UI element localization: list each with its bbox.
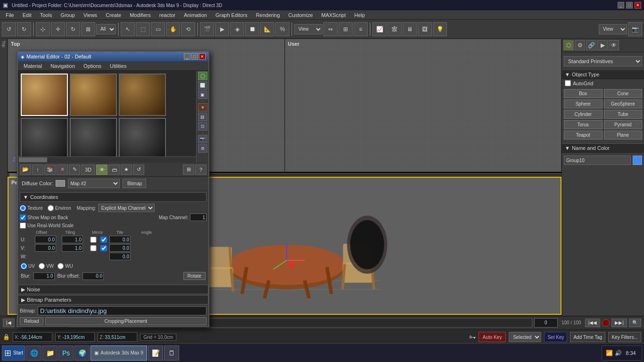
mat-maximize-button[interactable]: □ [191,53,198,60]
y-coord-input[interactable] [62,333,93,341]
region-select[interactable]: ⬚ [136,22,150,36]
mat-sphere-6[interactable] [119,118,166,160]
render-type[interactable]: ▶ [215,22,229,36]
menu-item-help[interactable]: Help [351,11,369,19]
bitmap-params-header[interactable]: ▶ Bitmap Parameters [18,295,208,304]
bitmap-path-input[interactable] [38,306,206,315]
move-button[interactable]: ✛ [51,22,65,36]
select-button[interactable]: ⊹ [36,22,50,36]
menu-item-graph editors[interactable]: Graph Editors [212,11,251,19]
menu-item-maxscript[interactable]: MAXScript [318,11,350,19]
blur-input[interactable] [33,272,55,280]
box-view-icon[interactable]: ▣ [198,90,207,99]
vw-radio[interactable] [39,263,45,269]
mat-sphere-5[interactable] [70,118,117,160]
teapot-button[interactable]: Teapot [564,131,603,140]
uv-radio[interactable] [21,263,27,269]
edit-type[interactable]: ✎ [69,165,80,175]
mat-menu-navigation[interactable]: Navigation [47,62,79,70]
menu-item-tools[interactable]: Tools [36,11,56,19]
align-button[interactable]: ≡ [354,22,368,36]
u-angle-input[interactable] [109,236,131,243]
mat-help[interactable]: ? [195,165,206,175]
prev-frame-button[interactable]: |◀ [3,319,15,327]
rp-motion-icon[interactable]: ▶ [597,40,608,50]
mat-sphere-2[interactable] [70,74,117,116]
coords-header[interactable]: ▼ Coordinates [20,192,206,202]
taskbar-ie[interactable]: 🌐 [26,346,41,361]
view-select-left[interactable]: View [294,24,322,34]
taskbar-folder[interactable]: 📁 [42,346,58,361]
torus-button[interactable]: Torus [564,120,603,129]
diffuse-color-swatch[interactable] [56,180,65,187]
minimize-button[interactable]: _ [618,2,624,8]
taskbar-notepad[interactable]: 📝 [148,346,163,361]
lock-icon[interactable]: 🔒 [3,334,10,340]
menu-item-file[interactable]: File [2,11,18,19]
mat-spheres-hscroll[interactable] [18,156,196,162]
mat-minimize-button[interactable]: _ [184,53,190,60]
cylinder-button[interactable]: Cylinder [564,110,603,119]
texture-radio[interactable] [20,205,26,211]
u-offset-input[interactable] [35,236,56,243]
mat-sphere-4[interactable] [21,118,68,160]
prev-frame-end[interactable]: |◀◀ [585,319,601,327]
mirror-button[interactable]: ⇔ [323,22,338,36]
u-mirror-check[interactable] [89,237,98,243]
pan-button[interactable]: ✋ [166,22,180,36]
scale-button[interactable]: ⊠ [81,22,95,36]
v-offset-input[interactable] [35,244,56,252]
tube-button[interactable]: Tube [604,110,643,119]
rect-select[interactable]: ▭ [151,22,165,36]
viewport-user[interactable]: User [285,39,562,172]
mat-sphere-3[interactable] [119,74,166,116]
record-button[interactable] [602,319,610,327]
mat-sphere-1[interactable] [21,74,68,116]
v-angle-input[interactable] [109,244,131,252]
map-channel-input[interactable] [190,214,206,221]
color-swatch[interactable] [633,156,642,165]
snap-toggle[interactable]: 🔲 [245,22,259,36]
mat-menu-utilities[interactable]: Utilities [106,62,130,70]
menu-item-rendering[interactable]: Rendering [252,11,284,19]
taskbar-3dsmax[interactable]: ▣ Autodesk 3ds Max 9 [91,346,147,361]
v-tile-check[interactable] [99,245,108,251]
cropping-button[interactable]: Cropping/Placement [45,317,206,325]
v-mirror-check[interactable] [89,245,98,251]
set-key-button[interactable]: Set Key [544,332,567,342]
render-frame[interactable]: 🖼 [418,22,432,36]
plane-button[interactable]: Plane [604,131,643,140]
video-icon[interactable]: 📷 [198,135,207,143]
material-effects-icon[interactable]: ⚙ [198,144,207,153]
view-select-right[interactable]: View [599,24,627,34]
redo-button[interactable]: ↻ [17,22,31,36]
key-filters-button[interactable]: Key Filters... [608,332,641,342]
render-button[interactable]: 🎬 [200,22,214,36]
delete-mat[interactable]: ✕ [57,165,68,175]
rp-hierarchy-icon[interactable]: 🔗 [586,40,596,50]
noise-section-header[interactable]: ▶ Noise [18,285,208,294]
active-shade[interactable]: 💡 [433,22,447,36]
reload-button[interactable]: Reload [20,317,43,325]
frame-input[interactable] [534,318,558,328]
box-button[interactable]: Box [564,89,603,98]
menu-item-views[interactable]: Views [80,11,101,19]
get-material[interactable]: 📂 [20,165,31,175]
angle-snap[interactable]: 📐 [260,22,274,36]
rotate-button[interactable]: Rotate [183,272,206,280]
blur-offset-input[interactable] [83,272,104,280]
show-map-checkbox[interactable] [20,214,26,221]
zoom-time[interactable]: 🔍 [629,319,641,327]
schematic-view[interactable]: 🕸 [388,22,402,36]
material-editor[interactable]: ◈ [230,22,244,36]
put-to-lib[interactable]: 📚 [44,165,56,175]
wu-radio[interactable] [58,263,64,269]
add-time-tag-button[interactable]: Add Time Tag [570,332,605,342]
start-button[interactable]: ⊞ Start [2,346,25,361]
selection-dropdown[interactable]: Selected [509,332,541,342]
taskbar-editor[interactable]: 🗒 [164,346,179,361]
win-controls[interactable]: _ □ ✕ [184,53,206,60]
undo-button[interactable]: ↺ [2,22,16,36]
primitives-dropdown[interactable]: Standard Primitives [564,56,642,66]
z-coord-input[interactable] [105,333,135,341]
